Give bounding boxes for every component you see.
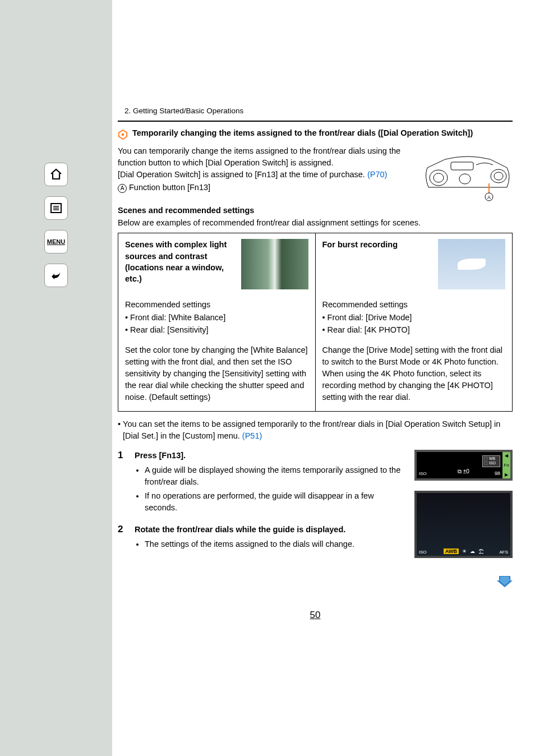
step-1-b2: If no operations are performed, the guid… [145, 490, 408, 514]
lcd1-iso-top: ⬚ WB [484, 457, 499, 461]
link-p70[interactable]: (P70) [367, 170, 387, 179]
lcd2-sun-icon: ☀ [462, 548, 467, 554]
note: • You can set the items to be assigned t… [118, 418, 513, 442]
svg-point-9 [491, 169, 506, 183]
menu-button[interactable]: MENU [44, 230, 68, 253]
camera-illustration: A [423, 145, 513, 201]
scene-left-title: Scenes with complex light sources and co… [125, 239, 236, 289]
svg-point-7 [433, 173, 444, 182]
step-1-b1: A guide will be displayed showing the it… [145, 464, 408, 488]
lcd2-cloud-icon: ☁ [470, 548, 475, 554]
svg-point-10 [494, 172, 503, 180]
lcd2-shade-icon: ⛱ [478, 548, 483, 554]
page-number: 50 [118, 610, 513, 621]
lcd2-awb: AWB [444, 548, 459, 554]
bullet-icon: • [118, 418, 121, 442]
svg-point-5 [122, 133, 124, 136]
rec-heading-right: Recommended settings [322, 298, 506, 311]
home-button[interactable] [44, 163, 68, 186]
scene-col-left: Scenes with complex light sources and co… [118, 233, 316, 411]
lcd2-corner-l: ISO [419, 550, 427, 555]
chapter-label: 2. Getting Started/Basic Operations [124, 107, 513, 115]
main-content: 2. Getting Started/Basic Operations Temp… [112, 0, 535, 756]
scene-col-right: For burst recording Recommended settings… [316, 233, 513, 411]
rec-right-2: • Rear dial: [4K PHOTO] [322, 324, 506, 336]
link-p51[interactable]: (P51) [242, 431, 262, 440]
continue-arrow-icon [497, 576, 513, 587]
svg-point-11 [459, 174, 471, 184]
scenes-table: Scenes with complex light sources and co… [118, 233, 513, 411]
step-2-b1: The settings of the items assigned to th… [145, 538, 408, 550]
step-2-num: 2 [118, 524, 128, 552]
desc-right: Change the [Drive Mode] setting with the… [322, 344, 506, 403]
step-2-title: Rotate the front/rear dials while the gu… [135, 524, 408, 535]
step-1: 1 Press [Fn13]. A guide will be displaye… [118, 450, 408, 516]
lcd2-corner-r: AFS [499, 550, 508, 555]
rec-right-1: • Front dial: [Drive Mode] [322, 311, 506, 324]
lcd1-strip-fn: Fn [504, 463, 509, 468]
svg-point-6 [430, 170, 448, 186]
step-1-num: 1 [118, 450, 128, 516]
rec-left-1: • Front dial: [White Balance] [125, 311, 308, 324]
intro-p1: You can temporarily change the items ass… [118, 145, 416, 169]
svg-text:A: A [487, 195, 491, 200]
hex-icon [118, 130, 128, 140]
lcd-guide-2: AWB ☀ ☁ ⛱ ISO AFS [414, 491, 513, 558]
lcd1-strip-bot: ▶ [505, 472, 508, 477]
intro-p2a: [Dial Operation Switch] is assigned to [… [118, 170, 367, 179]
scene-right-image [438, 239, 505, 289]
back-button[interactable] [44, 264, 68, 287]
step-1-title: Press [Fn13]. [135, 450, 408, 461]
label-a-text: Function button [Fn13] [129, 183, 210, 192]
section-title-text: Temporarily changing the items assigned … [132, 128, 473, 137]
desc-left: Set the color tone by changing the [Whit… [125, 344, 308, 403]
lcd-guide-1: ◀ Fn ▶ ⬚ WB ⬚ ISO ⧉ ±0 ISO 98 [414, 450, 513, 481]
scenes-line: Below are examples of recommended front/… [118, 217, 513, 228]
svg-marker-16 [499, 577, 511, 586]
list-icon [49, 201, 63, 215]
note-text: You can set the items to be assigned tem… [123, 420, 500, 440]
lcd1-iso-bot: ⬚ ISO [484, 461, 499, 465]
step-2: 2 Rotate the front/rear dials while the … [118, 524, 408, 552]
lcd1-exp-icon: ⧉ [458, 468, 462, 474]
scenes-heading: Scenes and recommended settings [118, 206, 513, 215]
svg-rect-8 [451, 162, 473, 170]
scene-left-image [241, 239, 308, 289]
intro-text: You can temporarily change the items ass… [118, 145, 416, 201]
lcd1-iso-l: ISO [419, 471, 427, 476]
lcd1-strip-top: ◀ [505, 453, 508, 458]
contents-button[interactable] [44, 196, 68, 220]
lcd1-count: 98 [495, 471, 500, 476]
label-a-badge: A [118, 184, 127, 193]
rec-left-2: • Rear dial: [Sensitivity] [125, 324, 308, 336]
divider [118, 121, 513, 122]
rec-heading-left: Recommended settings [125, 298, 308, 311]
back-arrow-icon [49, 269, 63, 282]
scene-right-title: For burst recording [322, 239, 433, 289]
lcd1-exp: ±0 [463, 468, 469, 474]
home-icon [49, 168, 63, 181]
sidebar: MENU [0, 0, 112, 756]
section-title: Temporarily changing the items assigned … [118, 128, 513, 140]
